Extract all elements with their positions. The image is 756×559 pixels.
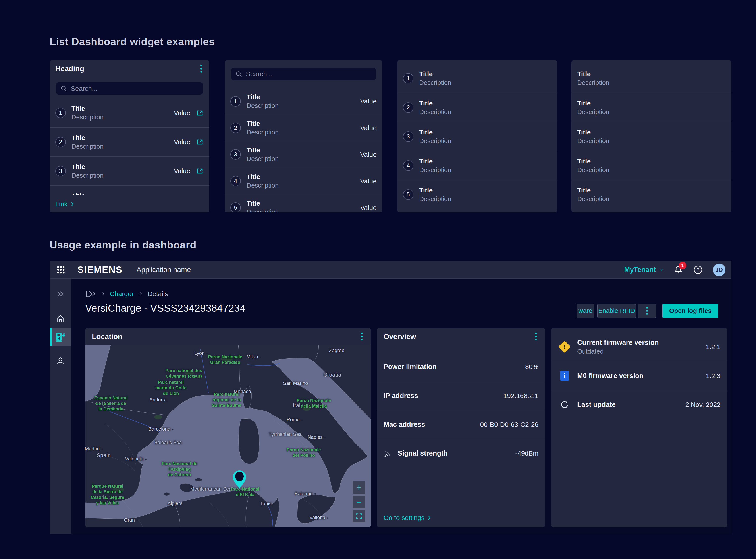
signal-strength-icon [383, 449, 393, 458]
item-description: Description [577, 137, 609, 144]
external-link-icon[interactable] [196, 109, 204, 117]
list-item[interactable]: 1TitleDescriptionValue [225, 88, 382, 114]
notifications-button[interactable]: 1 [674, 264, 683, 275]
item-title: Title [71, 192, 103, 195]
search-input-wrap [56, 82, 203, 94]
map-pin-icon [232, 470, 247, 489]
search-icon [60, 85, 67, 92]
item-title: Title [577, 157, 609, 165]
kebab-menu-icon[interactable] [198, 63, 204, 74]
item-number-chip: 5 [230, 202, 241, 213]
sidebar-item-user[interactable] [50, 352, 71, 370]
item-description: Description [419, 195, 451, 203]
list-item[interactable]: 1TitleDescriptionValue [50, 98, 209, 127]
item-title: Title [419, 70, 451, 78]
zoom-out-button[interactable]: − [353, 496, 365, 508]
item-title: Title [246, 120, 279, 127]
sidebar-expand-button[interactable] [50, 285, 71, 303]
truncated-firmware-button[interactable]: ware [576, 304, 594, 318]
list-item[interactable]: 4TitleDescription [397, 151, 557, 180]
app-switcher-icon[interactable] [56, 265, 66, 275]
map-label-city: Valencia [125, 456, 146, 462]
widgets-section-title: List Dashboard widget examples [50, 36, 215, 48]
item-description: Description [419, 79, 451, 86]
list-item[interactable]: 2TitleDescriptionValue [225, 114, 382, 141]
list-item[interactable]: TitleDescription [571, 64, 731, 93]
item-title: Title [246, 147, 279, 154]
list-item[interactable]: 3TitleDescriptionValue [225, 141, 382, 167]
search-input[interactable] [71, 85, 199, 92]
map-label-city: Barcelona [148, 426, 173, 432]
map-label-sea: Tyrrhenian Sea [269, 431, 302, 438]
item-number-chip: 3 [403, 131, 414, 142]
map-label-city: Tunis [260, 500, 275, 507]
map-city-dot [101, 449, 103, 450]
kebab-menu-icon[interactable] [534, 331, 539, 342]
map-label-country: Italy [293, 402, 303, 408]
breadcrumb-details: Details [148, 290, 168, 298]
go-to-settings-link[interactable]: Go to settings [383, 514, 431, 521]
item-number-chip: 4 [230, 176, 241, 186]
list-item[interactable]: 2TitleDescription [397, 93, 557, 122]
item-number-chip: 1 [230, 96, 241, 107]
chevron-right-icon [101, 291, 104, 296]
map[interactable]: LyonMilanZagrebMonacoAndorraBarcelonaMad… [85, 345, 371, 527]
open-log-files-button[interactable]: Open log files [662, 304, 718, 318]
firmware-card: ! Current firmware version Outdated 1.2.… [551, 328, 727, 527]
map-label-park: Parco Nazionale Gran Paradiso [208, 354, 242, 365]
map-label-city: Valletta [309, 515, 328, 521]
breadcrumb-charger[interactable]: Charger [110, 290, 134, 298]
kebab-menu-icon[interactable] [359, 331, 364, 342]
search-input[interactable] [246, 70, 372, 78]
overview-row-mac: Mac address 00-B0-D0-63-C2-26 [377, 410, 545, 439]
app-topbar: SIEMENS Application name MyTenant 1 ? JD [50, 261, 731, 278]
zoom-in-button[interactable]: + [353, 482, 365, 494]
map-label-city: Zagreb [329, 348, 345, 354]
external-link-icon[interactable] [196, 138, 204, 146]
list-item[interactable]: TitleDescription [571, 151, 731, 180]
list-item[interactable]: 3TitleDescription [397, 122, 557, 151]
more-actions-button[interactable] [638, 304, 656, 318]
ev-charger-icon [55, 331, 66, 342]
list-item[interactable]: 1TitleDescription [397, 64, 557, 93]
item-title: Title [246, 93, 279, 101]
list-item[interactable]: 5TitleDescription [397, 180, 557, 209]
external-link-icon[interactable] [196, 167, 204, 175]
sidebar-item-charger[interactable] [50, 328, 71, 346]
item-description: Description [419, 108, 451, 116]
enable-rfid-button[interactable]: Enable RFID [597, 304, 636, 318]
list-item[interactable]: TitleDescription [571, 180, 731, 209]
fullscreen-button[interactable] [353, 510, 365, 522]
item-title: Title [419, 99, 451, 107]
avatar[interactable]: JD [713, 264, 726, 276]
map-city-dot [206, 353, 208, 354]
list-item[interactable]: 4TitleDescriptionValue [50, 185, 209, 195]
help-icon[interactable]: ? [693, 265, 703, 275]
list-item[interactable]: 4TitleDescriptionValue [225, 167, 382, 194]
list-item[interactable]: TitleDescription [571, 93, 731, 122]
search-icon [235, 70, 242, 77]
list-item[interactable]: 3TitleDescriptionValue [50, 156, 209, 185]
item-number-chip: 5 [403, 189, 414, 200]
map-label-park: Parque Natural de la Sierra de Cazorla, … [91, 484, 124, 506]
item-value: Value [174, 138, 190, 146]
dashboard-frame: SIEMENS Application name MyTenant 1 ? JD [50, 261, 731, 534]
overview-card-title: Overview [383, 332, 416, 341]
list-item[interactable]: 5TitleDescriptionValue [225, 194, 382, 213]
map-label-sea: Balearic Sea [154, 440, 182, 446]
chevron-right-icon [428, 515, 431, 520]
map-label-city: Monaco [234, 388, 251, 395]
list-item[interactable]: TitleDescription [571, 122, 731, 151]
card-heading: Heading [55, 64, 84, 73]
item-description: Description [71, 143, 103, 150]
breadcrumb-root-icon[interactable] [86, 290, 96, 298]
map-label-park: Parco Nazionale della Majella [297, 398, 331, 409]
tenant-dropdown[interactable]: MyTenant [624, 266, 664, 274]
refresh-icon [560, 400, 569, 409]
firmware-row-update: Last update 2 Nov, 2022 [551, 390, 727, 419]
card-footer-link[interactable]: Link [55, 200, 74, 208]
list-item[interactable]: 2TitleDescriptionValue [50, 127, 209, 156]
item-description: Description [71, 172, 103, 179]
firmware-row-m0: i M0 firmware version 1.2.3 [551, 361, 727, 390]
map-labels: LyonMilanZagrebMonacoAndorraBarcelonaMad… [85, 345, 371, 527]
